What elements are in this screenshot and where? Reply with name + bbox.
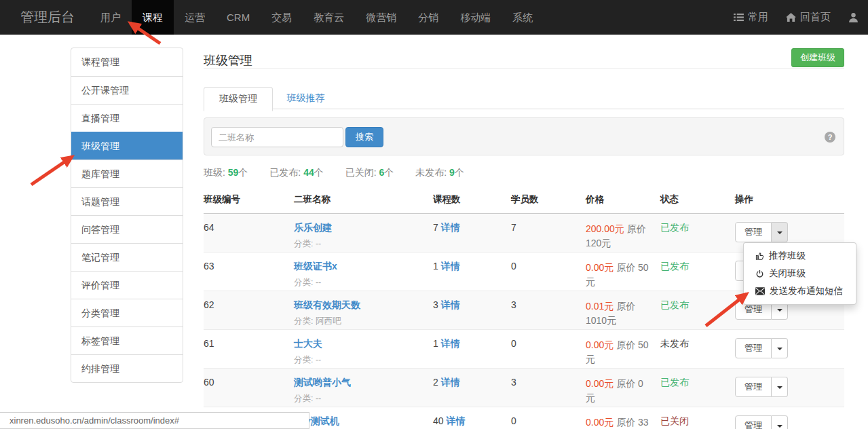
nav-item-users[interactable]: 用户 xyxy=(90,0,132,35)
course-count: 40 xyxy=(433,415,444,426)
main-nav: 用户 课程 运营 CRM 交易 教育云 微营销 分销 移动端 系统 xyxy=(90,0,544,35)
caret-down-icon xyxy=(777,348,782,350)
class-id: 64 xyxy=(204,214,294,253)
price-cell: 0.01元 原价 1010元 xyxy=(586,299,650,328)
price-cell: 200.00元 原价 120元 xyxy=(586,222,650,250)
class-name-link[interactable]: 测试哟普小气 xyxy=(294,377,351,388)
nav-item-trade[interactable]: 交易 xyxy=(261,0,303,35)
stat-closed: 已关闭: 6个 xyxy=(345,167,394,179)
sidebar-item-tag[interactable]: 标签管理 xyxy=(71,327,183,354)
menu-item-close-class[interactable]: 关闭班级 xyxy=(744,265,856,282)
sidebar-item-note[interactable]: 笔记管理 xyxy=(71,243,183,271)
class-name-link[interactable]: 班级证书x xyxy=(294,261,337,272)
manage-dropdown-toggle[interactable] xyxy=(772,377,788,397)
manage-dropdown-toggle[interactable] xyxy=(772,338,788,358)
envelope-icon xyxy=(755,287,765,295)
sidebar-item-open-course[interactable]: 公开课管理 xyxy=(71,76,183,104)
tab-class-management[interactable]: 班级管理 xyxy=(204,87,273,111)
sidebar-item-live[interactable]: 直播管理 xyxy=(71,104,183,132)
sidebar-item-question-bank[interactable]: 题库管理 xyxy=(71,160,183,187)
brand-link[interactable]: 管理后台 xyxy=(0,0,90,35)
class-id: 62 xyxy=(204,291,294,330)
status-badge: 已发布 xyxy=(660,299,689,310)
detail-link[interactable]: 详情 xyxy=(441,222,460,233)
detail-link[interactable]: 详情 xyxy=(446,415,465,426)
sidebar-item-review[interactable]: 评价管理 xyxy=(71,271,183,299)
course-count: 7 xyxy=(433,222,438,233)
home-label: 回首页 xyxy=(800,11,831,24)
sidebar-item-course-management[interactable]: 课程管理 xyxy=(71,48,183,76)
nav-item-mobile[interactable]: 移动端 xyxy=(449,0,502,35)
sidebar-item-classroom[interactable]: 班级管理 xyxy=(71,132,183,160)
navbar-right: 常用 回首页 xyxy=(734,0,858,35)
nav-item-operations[interactable]: 运营 xyxy=(174,0,216,35)
manage-button[interactable]: 管理 xyxy=(735,377,772,397)
back-home[interactable]: 回首页 xyxy=(786,11,831,24)
tab-class-recommend[interactable]: 班级推荐 xyxy=(276,87,335,110)
price-cell: 0.00元 原价 50元 xyxy=(586,261,650,289)
nav-item-edu-cloud[interactable]: 教育云 xyxy=(303,0,355,35)
col-student-count: 学员数 xyxy=(511,187,586,214)
sidebar-item-topic[interactable]: 话题管理 xyxy=(71,187,183,215)
manage-button[interactable]: 管理 xyxy=(735,338,772,358)
sidebar-item-category[interactable]: 分类管理 xyxy=(71,299,183,327)
thumbs-up-icon xyxy=(755,252,764,261)
course-count: 1 xyxy=(433,338,438,349)
nav-item-system[interactable]: 系统 xyxy=(502,0,544,35)
common-menu[interactable]: 常用 xyxy=(734,11,768,24)
help-icon[interactable]: ? xyxy=(825,132,835,143)
manage-dropdown-toggle[interactable] xyxy=(772,415,788,429)
course-count: 3 xyxy=(433,299,438,310)
arrow-to-class-management xyxy=(31,157,72,185)
col-class-name: 二班名称 xyxy=(294,187,433,214)
detail-link[interactable]: 详情 xyxy=(441,299,460,310)
status-badge: 已发布 xyxy=(660,222,689,233)
col-price: 价格 xyxy=(586,187,660,214)
nav-item-crm[interactable]: CRM xyxy=(216,0,261,35)
sidebar-menu: 课程管理 公开课管理 直播管理 班级管理 题库管理 话题管理 问答管理 笔记管理… xyxy=(71,48,183,383)
detail-link[interactable]: 详情 xyxy=(441,338,460,349)
list-icon xyxy=(734,13,744,22)
class-category: 分类: -- xyxy=(294,238,428,250)
nav-item-micro-marketing[interactable]: 微营销 xyxy=(355,0,407,35)
price-cell: 0.00元 原价 50元 xyxy=(586,338,650,367)
status-badge: 已发布 xyxy=(660,261,689,272)
col-class-id: 班级编号 xyxy=(204,187,294,214)
nav-item-distribution[interactable]: 分销 xyxy=(407,0,449,35)
manage-button[interactable]: 管理 xyxy=(735,222,772,242)
table-header-row: 班级编号 二班名称 课程数 学员数 价格 状态 操作 xyxy=(204,187,844,214)
create-class-button[interactable]: 创建班级 xyxy=(791,48,844,67)
course-count: 1 xyxy=(433,261,438,272)
sidebar-item-qa[interactable]: 问答管理 xyxy=(71,215,183,243)
class-name-link[interactable]: 班级有效期天数 xyxy=(294,299,360,310)
menu-item-label: 关闭班级 xyxy=(769,267,806,280)
page-title: 班级管理 xyxy=(204,52,252,69)
student-count: 0 xyxy=(511,253,586,291)
menu-item-send-publish-sms[interactable]: 发送发布通知短信 xyxy=(744,282,856,300)
search-input[interactable] xyxy=(211,127,343,147)
class-category: 分类: -- xyxy=(294,354,428,366)
search-button[interactable]: 搜索 xyxy=(345,127,383,147)
status-badge: 已关闭 xyxy=(660,415,689,426)
url-status-tooltip: xinren.edusoho.cn/admin/classroom/index# xyxy=(0,412,309,429)
class-name-link[interactable]: 士大夫 xyxy=(294,338,322,349)
class-name-link[interactable]: y测试机 xyxy=(305,415,339,426)
detail-link[interactable]: 详情 xyxy=(441,377,460,388)
price-cell: 0.00元 原价 0元 xyxy=(586,377,650,405)
status-badge: 未发布 xyxy=(660,338,689,349)
class-category: 分类: -- xyxy=(294,393,428,405)
table-row: 60 测试哟普小气分类: -- 2 详情 3 0.00元 原价 0元 已发布 管… xyxy=(204,369,844,407)
manage-button[interactable]: 管理 xyxy=(735,415,772,429)
caret-down-icon xyxy=(777,425,782,428)
class-name-link[interactable]: 乐乐创建 xyxy=(294,222,332,233)
admin-page: 管理后台 用户 课程 运营 CRM 交易 教育云 微营销 分销 移动端 系统 常… xyxy=(0,0,868,429)
caret-down-icon xyxy=(777,309,782,312)
user-avatar-button[interactable] xyxy=(848,12,858,22)
manage-dropdown-toggle[interactable] xyxy=(772,222,788,242)
detail-link[interactable]: 详情 xyxy=(441,261,460,272)
top-navbar: 管理后台 用户 课程 运营 CRM 交易 教育云 微营销 分销 移动端 系统 常… xyxy=(0,0,868,35)
nav-item-courses[interactable]: 课程 xyxy=(132,0,174,35)
menu-item-recommend-class[interactable]: 推荐班级 xyxy=(744,247,856,265)
student-count: 0 xyxy=(511,330,586,369)
sidebar-item-schedule[interactable]: 约排管理 xyxy=(71,354,183,382)
